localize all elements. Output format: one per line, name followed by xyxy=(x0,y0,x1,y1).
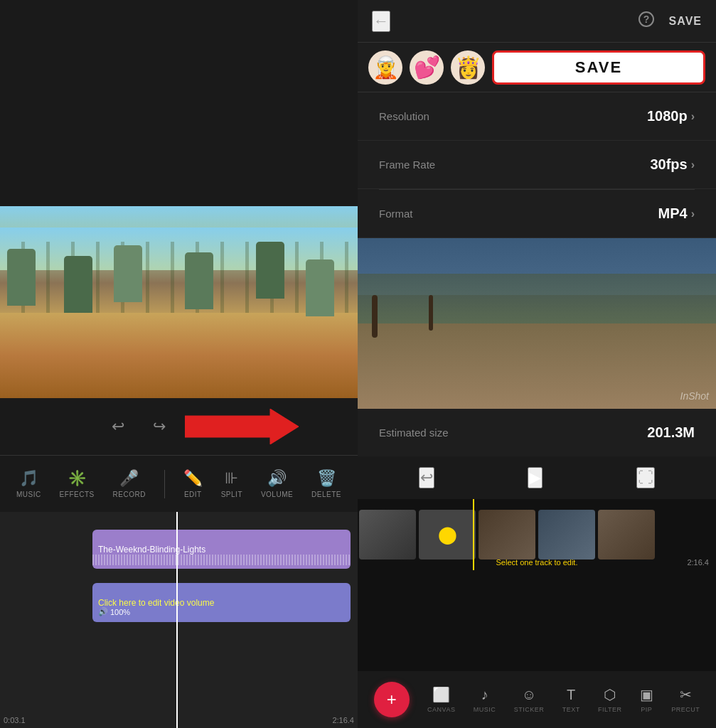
play-right-button[interactable]: ▶ xyxy=(528,467,543,488)
text-label: TEXT xyxy=(562,706,580,713)
ground-overlay xyxy=(0,313,358,398)
timeline-thumbnails[interactable]: Select one track to edit. 2:16.4 xyxy=(358,499,716,570)
right-timestamp: 2:16.4 xyxy=(687,558,709,567)
tool-record[interactable]: 🎤 RECORD xyxy=(113,469,146,498)
avatar-2[interactable]: 💕 xyxy=(410,50,444,85)
resolution-label: Resolution xyxy=(379,110,429,122)
left-panel: ↩ ↪ ▶ ✓ 🎵 MUSIC ✳️ EFFECTS 🎤 RECORD ✏️ E… xyxy=(0,0,358,728)
estimated-label: Estimated size xyxy=(379,427,449,439)
framerate-value[interactable]: 30fps › xyxy=(650,156,695,173)
tool-music[interactable]: 🎵 MUSIC xyxy=(16,469,41,498)
timestamp-end: 2:16.4 xyxy=(332,716,354,724)
edit-icon: ✏️ xyxy=(183,469,203,488)
tool-split[interactable]: ⊪ SPLIT xyxy=(221,469,242,498)
avatar-emoji-1: 🧝 xyxy=(368,50,402,85)
help-button[interactable]: ? xyxy=(638,11,655,32)
audio-waveform xyxy=(92,555,351,565)
canvas-label: CANVAS xyxy=(427,706,455,713)
undo-right-button[interactable]: ↩ xyxy=(419,467,434,488)
timeline-cursor-right xyxy=(473,499,474,570)
avatar-emoji-3: 👸 xyxy=(451,50,485,85)
sticker-label: STICKER xyxy=(514,706,545,713)
music-right-icon: ♪ xyxy=(481,687,488,703)
format-row[interactable]: Format MP4 › xyxy=(358,190,716,238)
avatar-row: 🧝 💕 👸 SAVE xyxy=(358,43,716,92)
watermark: InShot xyxy=(680,390,709,402)
avatar-3[interactable]: 👸 xyxy=(451,50,485,85)
svg-text:?: ? xyxy=(643,14,649,25)
precut-icon: ✂ xyxy=(680,686,692,703)
tree-trunk-2 xyxy=(429,295,433,331)
red-arrow-indicator xyxy=(185,409,299,444)
tool-music-right[interactable]: ♪ MUSIC xyxy=(474,687,496,713)
tree-trunk-1 xyxy=(372,295,378,338)
redo-button[interactable]: ↪ xyxy=(153,417,166,436)
music-right-label: MUSIC xyxy=(474,706,496,713)
fullscreen-button[interactable]: ⛶ xyxy=(636,467,655,488)
tool-precut[interactable]: ✂ PRECUT xyxy=(671,686,700,713)
save-box-button[interactable]: SAVE xyxy=(492,50,705,85)
avatar-emoji-2: 💕 xyxy=(410,50,444,85)
estimated-value: 201.3M xyxy=(647,424,695,441)
add-button[interactable]: + xyxy=(374,682,410,717)
tool-effects[interactable]: ✳️ EFFECTS xyxy=(60,469,95,498)
framerate-chevron: › xyxy=(691,159,695,171)
bottom-right-section: ↩ ▶ ⛶ Select one track to edit. 2:16.4 +… xyxy=(358,456,716,728)
editing-toolbar: 🎵 MUSIC ✳️ EFFECTS 🎤 RECORD ✏️ EDIT ⊪ SP… xyxy=(0,455,358,512)
filter-icon: ⬡ xyxy=(604,686,616,703)
format-value-text: MP4 xyxy=(658,205,688,222)
video-volume-track[interactable]: Click here to edit video volume 🔊 100% xyxy=(92,583,351,622)
edit-label: EDIT xyxy=(184,491,202,498)
resolution-value-text: 1080p xyxy=(647,108,688,124)
tool-text[interactable]: T TEXT xyxy=(562,687,580,713)
thumbnail-2 xyxy=(419,510,476,560)
save-box-label: SAVE xyxy=(575,58,622,77)
back-button[interactable]: ← xyxy=(372,11,390,32)
pip-label: PIP xyxy=(641,706,652,713)
tool-sticker[interactable]: ☺ STICKER xyxy=(514,687,545,713)
toolbar-divider xyxy=(164,470,165,498)
tool-pip[interactable]: ▣ PIP xyxy=(640,686,653,713)
format-chevron: › xyxy=(691,208,695,220)
split-icon: ⊪ xyxy=(225,469,238,488)
tool-edit[interactable]: ✏️ EDIT xyxy=(183,469,203,498)
effects-label: EFFECTS xyxy=(60,491,95,498)
tool-volume[interactable]: 🔊 VOLUME xyxy=(261,469,293,498)
delete-label: DELETE xyxy=(311,491,341,498)
right-panel: ← ? SAVE 🧝 💕 👸 SAVE Resolution xyxy=(358,0,716,728)
timeline-cursor xyxy=(176,512,178,728)
video-preview-right: InShot xyxy=(358,238,716,409)
export-header: ← ? SAVE xyxy=(358,0,716,43)
format-label: Format xyxy=(379,208,413,220)
header-actions: ? SAVE xyxy=(638,11,702,32)
text-icon: T xyxy=(567,687,575,703)
thumbnail-3 xyxy=(479,510,535,560)
save-text-button[interactable]: SAVE xyxy=(669,15,702,28)
filter-label: FILTER xyxy=(598,706,621,713)
resolution-value[interactable]: 1080p › xyxy=(647,108,695,124)
tool-delete[interactable]: 🗑️ DELETE xyxy=(311,469,341,498)
volume-label: VOLUME xyxy=(261,491,293,498)
thumbnail-4 xyxy=(538,510,595,560)
timeline-area[interactable]: The-Weeknd-Blinding-Lights Click here to… xyxy=(0,512,358,728)
bottom-toolbar-right: + ⬜ CANVAS ♪ MUSIC ☺ STICKER T TEXT ⬡ FI… xyxy=(358,671,716,728)
select-track-message: Select one track to edit. xyxy=(496,558,578,567)
svg-marker-0 xyxy=(185,409,299,444)
framerate-value-text: 30fps xyxy=(650,156,687,173)
pip-icon: ▣ xyxy=(640,686,653,703)
volume-value: 100% xyxy=(110,608,130,616)
tool-canvas[interactable]: ⬜ CANVAS xyxy=(427,686,455,713)
resolution-row[interactable]: Resolution 1080p › xyxy=(358,92,716,141)
undo-button[interactable]: ↩ xyxy=(112,417,124,436)
record-icon: 🎤 xyxy=(119,469,139,488)
avatar-1[interactable]: 🧝 xyxy=(368,50,402,85)
format-value[interactable]: MP4 › xyxy=(658,205,695,222)
tool-filter[interactable]: ⬡ FILTER xyxy=(598,686,621,713)
ground-layer xyxy=(358,323,716,409)
audio-track[interactable]: The-Weeknd-Blinding-Lights xyxy=(92,530,351,569)
delete-icon: 🗑️ xyxy=(317,469,336,488)
sticker-icon: ☺ xyxy=(522,687,536,703)
canvas-icon: ⬜ xyxy=(432,686,450,703)
video-preview-left xyxy=(0,206,358,398)
framerate-row[interactable]: Frame Rate 30fps › xyxy=(358,141,716,189)
